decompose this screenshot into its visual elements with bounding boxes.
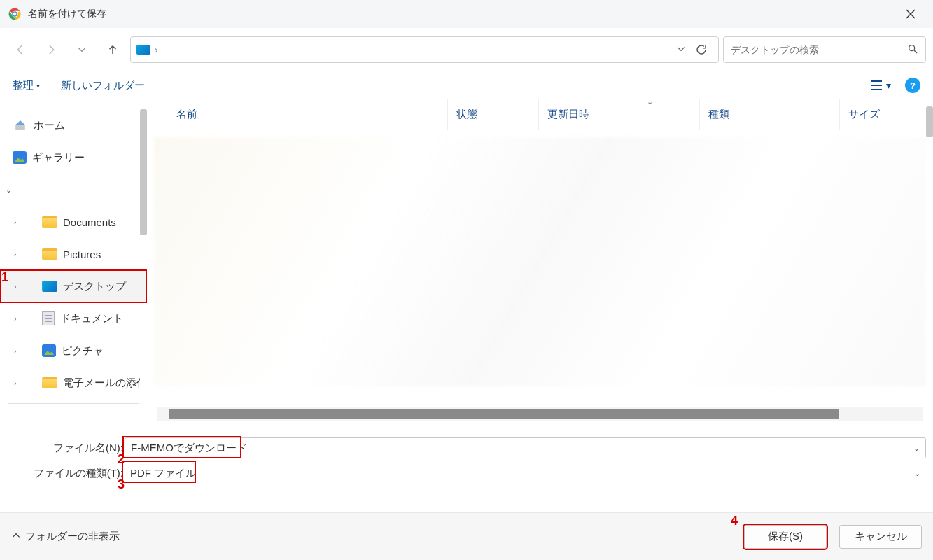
filetype-value: PDF ファイル (130, 467, 196, 480)
sidebar-item-label: ホーム (34, 119, 65, 132)
filename-row: ファイル名(N): F-MEMOでダウンロード ⌄ (7, 435, 926, 461)
annotation-1: 1 (1, 270, 8, 285)
column-modified[interactable]: 更新日時 (539, 99, 700, 130)
field-rows: ファイル名(N): F-MEMOでダウンロード ⌄ ファイルの種類(T): PD… (0, 421, 933, 490)
filename-input[interactable]: F-MEMOでダウンロード ⌄ (125, 438, 926, 458)
chevron-down-icon[interactable]: ⌄ (913, 444, 920, 453)
sort-indicator-icon: ⌄ (647, 97, 653, 106)
organize-label: 整理 (13, 79, 34, 92)
recent-dropdown[interactable] (69, 36, 95, 63)
save-button[interactable]: 保存(S) (744, 525, 827, 549)
sidebar-item-documents[interactable]: › Documents (0, 206, 147, 238)
sidebar-item-label: デスクトップ (63, 280, 126, 293)
horizontal-scrollbar[interactable] (157, 407, 923, 421)
address-bar[interactable]: › (130, 36, 719, 63)
desktop-icon (42, 281, 57, 292)
chevron-down-icon[interactable]: ⌄ (914, 469, 920, 478)
hide-folders-toggle[interactable]: フォルダーの非表示 (11, 530, 120, 543)
chevron-right-icon: › (14, 282, 25, 290)
filetype-row: ファイルの種類(T): PDF ファイル ⌄ (7, 461, 926, 486)
titlebar: 名前を付けて保存 (0, 0, 933, 28)
chevron-right-icon: › (14, 218, 25, 226)
chevron-right-icon: › (14, 314, 25, 323)
sidebar-scrollbar[interactable] (140, 109, 147, 235)
breadcrumb-separator: › (155, 44, 158, 55)
svg-point-3 (909, 45, 915, 50)
toolbar: 整理 ▾ 新しいフォルダー ▾ ? (0, 71, 933, 99)
sidebar-item-desktop[interactable]: › デスクトップ (0, 270, 147, 302)
blurred-content (154, 137, 926, 386)
column-size[interactable]: サイズ (840, 99, 933, 130)
new-folder-button[interactable]: 新しいフォルダー (61, 79, 145, 92)
sidebar-group-toggle[interactable]: ⌄ (0, 174, 147, 206)
sidebar-item-label: Documents (63, 216, 116, 228)
chevron-down-icon: ▾ (886, 80, 891, 91)
back-button[interactable] (7, 36, 34, 63)
gallery-icon (13, 151, 27, 164)
cancel-button[interactable]: キャンセル (839, 525, 922, 549)
sidebar-item-label: ピクチャ (62, 344, 104, 358)
sidebar-item-label: ギャラリー (32, 151, 85, 164)
vertical-scrollbar[interactable] (926, 106, 933, 137)
annotation-4: 4 (731, 514, 738, 528)
folder-icon (42, 216, 57, 227)
sidebar-item-email-attach[interactable]: › 電子メールの添付 (0, 367, 147, 399)
chevron-up-icon (11, 531, 21, 542)
svg-point-2 (13, 13, 17, 16)
sidebar-item-label: Pictures (63, 248, 101, 260)
annotation-2: 2 (118, 452, 125, 467)
sidebar-item-label: 電子メールの添付 (63, 377, 140, 390)
filetype-select[interactable]: PDF ファイル ⌄ (125, 463, 926, 484)
sidebar-item-home[interactable]: ホーム (0, 109, 147, 141)
sidebar-item-gallery[interactable]: ギャラリー (0, 141, 147, 174)
view-options-button[interactable]: ▾ (869, 80, 891, 91)
location-icon (136, 45, 150, 55)
help-button[interactable]: ? (905, 78, 920, 93)
address-history-dropdown[interactable] (676, 44, 686, 56)
column-headers[interactable]: 名前 状態 更新日時 種類 サイズ ⌄ (147, 99, 933, 130)
file-list[interactable] (147, 130, 933, 407)
divider (8, 403, 139, 404)
filename-value: F-MEMOでダウンロード (131, 442, 247, 455)
chevron-down-icon: ⌄ (3, 186, 14, 195)
home-icon (13, 119, 28, 132)
pictures-icon (42, 344, 56, 357)
organize-button[interactable]: 整理 ▾ (13, 79, 40, 92)
forward-button[interactable] (38, 36, 64, 63)
nav-row: › (0, 28, 933, 71)
close-button[interactable] (897, 0, 925, 28)
filename-label: ファイル名(N): (7, 442, 125, 455)
chrome-icon (8, 8, 21, 20)
navigation-pane: ホーム ギャラリー ⌄ › Documents › Pictures › デスク… (0, 99, 147, 421)
folder-icon (42, 377, 57, 388)
chevron-down-icon: ▾ (36, 82, 40, 90)
search-box[interactable] (723, 36, 926, 63)
folder-icon (42, 248, 57, 260)
search-input[interactable] (731, 44, 907, 55)
chevron-right-icon: › (14, 346, 25, 355)
sidebar-item-pictures[interactable]: › Pictures (0, 238, 147, 270)
document-icon (42, 312, 55, 326)
column-name[interactable]: 名前 (168, 99, 448, 130)
sidebar-item-documents-jp[interactable]: › ドキュメント (0, 302, 147, 335)
bottom-bar: フォルダーの非表示 保存(S) キャンセル (0, 512, 933, 560)
refresh-button[interactable] (690, 43, 713, 56)
up-button[interactable] (99, 36, 126, 63)
filetype-label: ファイルの種類(T): (7, 467, 125, 480)
hide-folders-label: フォルダーの非表示 (25, 530, 120, 543)
sidebar-item-pictures-jp[interactable]: › ピクチャ (0, 335, 147, 367)
new-folder-label: 新しいフォルダー (61, 79, 145, 92)
annotation-3: 3 (118, 477, 125, 492)
chevron-right-icon: › (14, 250, 25, 258)
window-title: 名前を付けて保存 (28, 8, 897, 20)
chevron-right-icon: › (14, 379, 25, 387)
file-pane: 名前 状態 更新日時 種類 サイズ ⌄ (147, 99, 933, 421)
column-kind[interactable]: 種類 (700, 99, 840, 130)
sidebar-item-label: ドキュメント (60, 312, 123, 326)
column-state[interactable]: 状態 (448, 99, 539, 130)
search-icon (907, 43, 918, 57)
main-area: ホーム ギャラリー ⌄ › Documents › Pictures › デスク… (0, 99, 933, 421)
